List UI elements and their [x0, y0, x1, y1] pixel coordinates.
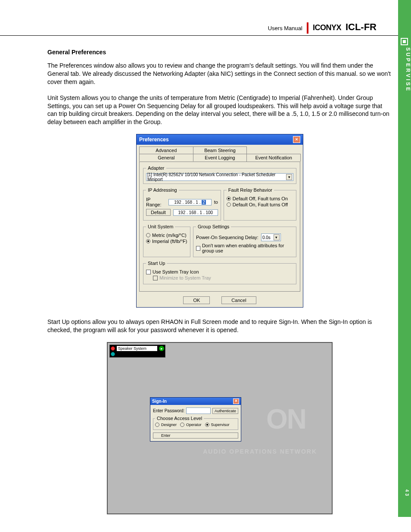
tree-item[interactable]: Speaker System [117, 346, 157, 351]
fault-opt-on[interactable]: Default Off, Fault turns On [227, 196, 293, 201]
ip-range-input[interactable]: 192 . 168 . 1 . 2 [168, 199, 211, 205]
brand-label: ICONYX [313, 23, 341, 32]
paragraph-1: The Preferences window also allows you t… [47, 62, 392, 86]
ip-default-input[interactable]: 192 . 168 . 1 . 100 [173, 209, 218, 216]
access-level-group: Choose Access Level Designer Operator Su… [153, 416, 238, 430]
cancel-button[interactable]: Cancel [221, 296, 256, 304]
delay-label: Power-On Sequencing Delay: [196, 235, 258, 240]
close-icon[interactable]: × [233, 398, 239, 404]
side-label: SUPERVISE [405, 47, 411, 92]
paragraph-2: Unit System allows you to change the uni… [47, 94, 392, 127]
password-label: Enter Password: [153, 408, 184, 413]
access-supervisor[interactable]: Supervisor [205, 423, 230, 427]
startup-group: Start Up Use System Tray Icon Minimize t… [143, 261, 296, 284]
unit-metric[interactable]: Metric (m/kg/°C) [146, 233, 187, 238]
dialog-titlebar: Preferences × [137, 134, 303, 145]
fault-legend: Fault Relay Behavior [227, 187, 274, 193]
supervise-icon [401, 38, 408, 45]
preferences-dialog: Preferences × Advanced Beam Steering Gen… [136, 134, 303, 308]
ok-button[interactable]: OK [183, 296, 210, 304]
users-manual-label: Users Manual [268, 25, 302, 31]
model-label: ICL-FR [346, 22, 377, 33]
delay-dropdown[interactable]: 0.0s ▾ [261, 233, 281, 241]
tab-advanced[interactable]: Advanced [139, 146, 193, 154]
expand-icon[interactable]: ▸ [159, 346, 164, 351]
minimize-checkbox: Minimize to System Tray [153, 275, 293, 280]
node-icon [111, 352, 115, 356]
adapter-value: [1] Intel(R) 82562V 10/100 Network Conne… [147, 172, 286, 182]
startup-legend: Start Up [146, 261, 167, 266]
ip-range-label: IP Range: [146, 197, 166, 207]
group-settings: Group Settings Power-On Sequencing Delay… [193, 224, 296, 257]
page-header: Users Manual ICONYX ICL-FR [0, 22, 398, 36]
ip-to-label: to [214, 199, 218, 205]
unit-imperial[interactable]: Imperial (ft/lb/°F) [146, 239, 187, 244]
group-legend: Group Settings [196, 224, 231, 229]
signin-dialog: Sign-In × Enter Password: Authenticate C… [150, 397, 241, 442]
page-number: 43 [400, 489, 409, 498]
tab-general[interactable]: General [139, 154, 193, 162]
chevron-down-icon[interactable]: ▾ [274, 234, 280, 240]
app-screenshot: Speaker System ▸ ON AUDIO OPERATIONS NET… [107, 342, 333, 514]
dialog-title: Preferences [139, 137, 169, 143]
tab-event-logging[interactable]: Event Logging [193, 154, 247, 162]
access-legend: Choose Access Level [155, 416, 204, 421]
side-tab: SUPERVISE 43 [398, 0, 411, 517]
password-input[interactable] [186, 408, 211, 414]
access-designer[interactable]: Designer [155, 423, 177, 427]
red-divider [307, 22, 308, 34]
record-icon [111, 346, 115, 351]
authenticate-button[interactable]: Authenticate [212, 408, 238, 414]
systray-checkbox[interactable]: Use System Tray Icon [146, 269, 293, 274]
unit-legend: Unit System [146, 224, 175, 229]
signin-title: Sign-In [152, 399, 167, 404]
ip-legend: IP Addressing [146, 187, 179, 193]
tab-event-notification[interactable]: Event Notification [246, 154, 301, 162]
ip-addressing-group: IP Addressing IP Range: 192 . 168 . 1 . … [143, 187, 221, 221]
adapter-legend: Adapter [146, 165, 166, 171]
default-button[interactable]: Default [146, 209, 171, 216]
unit-system-group: Unit System Metric (m/kg/°C) Imperial (f… [143, 224, 190, 257]
enter-button[interactable]: Enter [153, 432, 238, 439]
tree-panel: Speaker System ▸ [109, 345, 165, 358]
close-icon[interactable]: × [293, 136, 300, 143]
access-operator[interactable]: Operator [180, 423, 202, 427]
watermark-text: AUDIO OPERATIONS NETWORK [203, 448, 317, 455]
dont-warn-checkbox[interactable]: Don't warn when enabling attributes for … [196, 243, 293, 253]
section-heading: General Preferences [47, 49, 392, 56]
watermark-logo: ON [266, 403, 306, 435]
tab-beam-steering[interactable]: Beam Steering [193, 146, 247, 154]
chevron-down-icon[interactable]: ▾ [286, 174, 292, 180]
fault-opt-off[interactable]: Default On, Fault turns Off [227, 202, 293, 207]
fault-relay-group: Fault Relay Behavior Default Off, Fault … [224, 187, 296, 221]
adapter-dropdown[interactable]: [1] Intel(R) 82562V 10/100 Network Conne… [146, 173, 293, 181]
adapter-group: Adapter [1] Intel(R) 82562V 10/100 Netwo… [143, 165, 296, 184]
paragraph-3: Start Up options allow you to always ope… [47, 318, 392, 334]
